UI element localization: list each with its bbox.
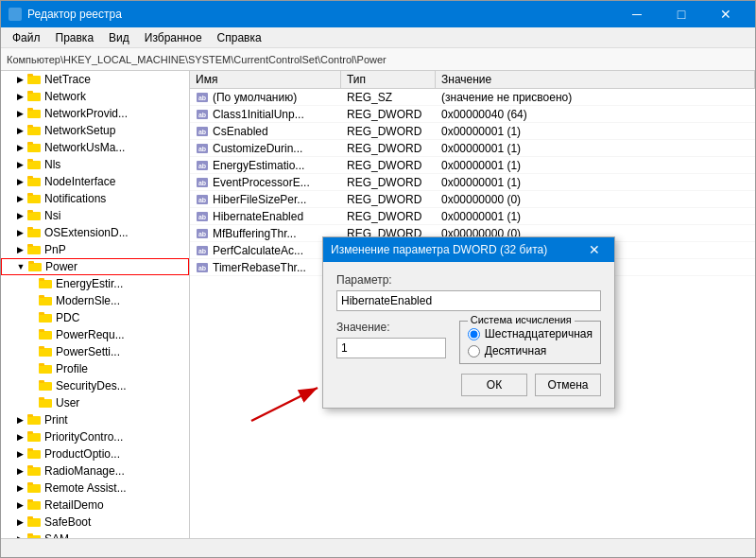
reg-name-cell: ab (По умолчанию) [190,90,341,105]
menu-help[interactable]: Справка [210,27,269,47]
tree-arrow-icon[interactable]: ▶ [12,242,27,257]
tree-arrow-icon[interactable]: ▶ [12,106,27,121]
tree-arrow-icon[interactable] [24,395,39,410]
menu-file[interactable]: Файл [5,27,48,47]
svg-text:ab: ab [198,197,206,203]
param-input[interactable] [336,290,601,311]
tree-arrow-icon[interactable]: ▶ [12,429,27,445]
tree-item[interactable]: ▶ Nls [1,156,189,173]
tree-arrow-icon[interactable]: ▶ [12,191,27,206]
reg-name-text: HiberFileSizePer... [213,193,306,206]
tree-arrow-icon[interactable]: ▶ [12,123,27,138]
tree-arrow-icon[interactable]: ▼ [13,259,28,274]
registry-row[interactable]: ab EnergyEstimatio...REG_DWORD0x00000001… [190,157,755,174]
tree-arrow-icon[interactable] [24,293,39,308]
menu-favorites[interactable]: Избранное [137,27,210,47]
reg-name-cell: ab HiberFileSizePer... [190,192,341,207]
tree-arrow-icon[interactable]: ▶ [12,140,27,155]
tree-item[interactable]: ModernSle... [1,292,189,309]
radio-dec-option[interactable]: Десятичная [468,344,593,357]
dialog-body: Параметр: Значение: Система исчисления Ш… [323,262,614,408]
value-input[interactable] [336,338,446,358]
tree-item[interactable]: ▶ Nsi [1,207,189,224]
ok-button[interactable]: ОК [461,374,527,396]
tree-item[interactable]: ▶ ProductOptio... [1,445,189,462]
tree-item[interactable]: ▶ RetailDemo [1,497,189,514]
svg-text:ab: ab [198,265,206,271]
radio-hex-input[interactable] [468,328,480,340]
tree-arrow-icon[interactable]: ▶ [12,497,27,513]
registry-row[interactable]: ab EventProcessorE...REG_DWORD0x00000001… [190,174,755,191]
registry-row[interactable]: ab CustomizeDurin...REG_DWORD0x00000001 … [190,140,755,157]
tree-arrow-icon[interactable] [24,361,39,376]
tree-arrow-icon[interactable]: ▶ [12,463,27,479]
registry-row[interactable]: ab (По умолчанию)REG_SZ(значение не прис… [190,89,755,106]
close-button[interactable]: ✕ [704,1,747,27]
tree-item[interactable]: ▶ Remote Assist... [1,480,189,497]
tree-item[interactable]: ▶ NetworkProvid... [1,105,189,122]
dialog-row: Значение: Система исчисления Шестнадцате… [336,321,601,364]
reg-value-cell: 0x00000001 (1) [436,158,755,173]
svg-rect-0 [27,76,41,84]
tree-item[interactable]: ▶ OSExtensionD... [1,224,189,241]
tree-item[interactable]: ▼ Power [1,258,189,275]
tree-arrow-icon[interactable]: ▶ [12,446,27,462]
menu-view[interactable]: Вид [101,27,137,47]
tree-item-label: Profile [56,362,88,375]
tree-item[interactable]: PDC [1,309,189,326]
registry-row[interactable]: ab HiberFileSizePer...REG_DWORD0x0000000… [190,191,755,208]
tree-item[interactable]: EnergyEstir... [1,275,189,292]
tree-item[interactable]: User [1,394,189,411]
tree-item[interactable]: ▶ SafeBoot [1,514,189,531]
dialog-title: Изменение параметра DWORD (32 бита) [331,243,582,256]
tree-item-label: NetworkSetup [44,124,115,137]
tree-item[interactable]: PowerRequ... [1,326,189,343]
svg-rect-45 [27,448,33,451]
tree-arrow-icon[interactable]: ▶ [12,89,27,104]
tree-arrow-icon[interactable]: ▶ [12,157,27,172]
tree-item[interactable]: SecurityDes... [1,377,189,394]
tree-item[interactable]: Profile [1,360,189,377]
tree-arrow-icon[interactable] [24,310,39,325]
tree-arrow-icon[interactable]: ▶ [12,225,27,240]
tree-item[interactable]: ▶ PriorityContro... [1,428,189,445]
tree-item[interactable]: ▶ NetTrace [1,71,189,88]
radio-dec-input[interactable] [468,345,480,357]
tree-arrow-icon[interactable]: ▶ [12,174,27,189]
tree-item[interactable]: ▶ SAM [1,531,189,538]
tree-arrow-icon[interactable] [24,344,39,359]
tree-item-label: Notifications [44,192,106,205]
menu-edit[interactable]: Правка [48,27,102,47]
folder-icon [27,447,41,462]
maximize-button[interactable]: □ [660,1,703,27]
radio-hex-option[interactable]: Шестнадцатеричная [468,327,593,340]
registry-row[interactable]: ab Class1InitialUnp...REG_DWORD0x0000004… [190,106,755,123]
tree-arrow-icon[interactable]: ▶ [12,208,27,223]
tree-item[interactable]: ▶ Network [1,88,189,105]
tree-arrow-icon[interactable] [24,276,39,291]
tree-item[interactable]: ▶ NetworkUsMa... [1,139,189,156]
registry-row[interactable]: ab CsEnabledREG_DWORD0x00000001 (1) [190,123,755,140]
tree-arrow-icon[interactable]: ▶ [12,532,27,538]
tree-item[interactable]: PowerSetti... [1,343,189,360]
folder-icon [27,141,41,155]
minimize-button[interactable]: ─ [615,1,659,27]
svg-rect-20 [27,246,41,254]
tree-item[interactable]: ▶ RadioManage... [1,462,189,480]
registry-row[interactable]: ab HibernateEnabledREG_DWORD0x00000001 (… [190,208,755,225]
tree-item[interactable]: ▶ Notifications [1,190,189,207]
tree-item[interactable]: ▶ NetworkSetup [1,122,189,139]
tree-item[interactable]: ▶ PnP [1,241,189,258]
dialog-close-button[interactable]: ✕ [582,237,607,262]
tree-item[interactable]: ▶ Print [1,411,189,428]
tree-arrow-icon[interactable]: ▶ [12,480,27,496]
tree-arrow-icon[interactable]: ▶ [12,412,27,427]
tree-item[interactable]: ▶ NodeInterface [1,173,189,190]
tree-arrow-icon[interactable]: ▶ [12,72,27,87]
reg-type-cell: REG_SZ [341,90,436,105]
tree-arrow-icon[interactable] [24,378,39,393]
tree-arrow-icon[interactable] [24,327,39,342]
tree-arrow-icon[interactable]: ▶ [12,514,27,530]
cancel-button[interactable]: Отмена [535,374,601,396]
svg-rect-35 [39,363,44,366]
